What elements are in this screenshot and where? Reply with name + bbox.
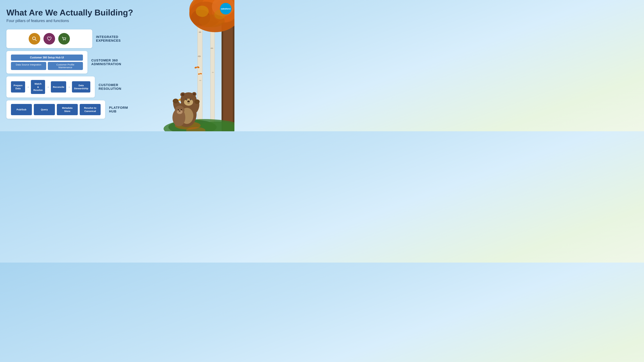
svg-point-2 <box>199 31 201 33</box>
pillar-label-integrated: INTEGRATED EXPERIENCES <box>96 35 135 42</box>
admin-bottom-row: Data Source Integration Customer Profile… <box>11 62 83 70</box>
svg-point-44 <box>187 100 190 102</box>
res-prepare-data: Prepare Data <box>11 81 25 92</box>
plat-query: Query <box>34 104 55 115</box>
page-subtitle: Four pillars of features and functions <box>6 18 135 23</box>
svg-point-4 <box>199 80 202 81</box>
svg-point-47 <box>173 99 178 103</box>
svg-point-43 <box>190 99 191 100</box>
svg-point-48 <box>194 99 200 104</box>
search-icon-circle <box>29 33 40 44</box>
svg-point-8 <box>210 48 213 49</box>
arrow-1: → <box>26 85 30 89</box>
salesforce-logo: salesforce <box>220 3 232 14</box>
svg-point-60 <box>63 40 64 40</box>
pillar-label-admin: CUSTOMER 360 ADMINISTRATION <box>91 58 135 66</box>
pillar-card-resolution: Prepare Data → Match& Resolve → Reconcil… <box>6 76 95 97</box>
admin-top-bar: Customer 360 Setup Hub UI <box>11 54 83 61</box>
svg-point-52 <box>177 110 182 114</box>
svg-point-57 <box>179 110 180 111</box>
logo-text: salesforce <box>221 7 230 10</box>
plat-resolve-canonical: Resolve toCanonical <box>80 104 100 115</box>
pillar-label-platform: PLATFORM HUB <box>109 106 135 113</box>
svg-point-61 <box>65 40 66 40</box>
svg-point-3 <box>198 55 201 57</box>
main-content: What Are We Actually Building? Four pill… <box>6 8 135 119</box>
svg-point-37 <box>182 93 184 96</box>
heart-icon-circle <box>44 33 55 44</box>
icons-row <box>11 33 88 44</box>
plat-pubsub: Pub/Sub <box>11 104 32 115</box>
arrow-3: → <box>68 85 71 89</box>
svg-point-56 <box>181 109 182 110</box>
res-match-resolve: Match& Resolve <box>31 80 45 94</box>
pillar-row-admin: Customer 360 Setup Hub UI Data Source In… <box>6 51 135 73</box>
admin-item-profile: Customer Profile Maintenance <box>48 62 83 70</box>
svg-line-59 <box>35 39 36 41</box>
page-title: What Are We Actually Building? <box>6 8 135 17</box>
res-reconcile: Reconcile <box>51 81 66 92</box>
pillar-label-resolution: CUSTOMER RESOLUTION <box>99 83 136 91</box>
plat-metadata: MetadataStore <box>57 104 78 115</box>
pillar-card-admin: Customer 360 Setup Hub UI Data Source In… <box>6 51 88 73</box>
svg-point-42 <box>186 99 187 100</box>
svg-point-22 <box>194 66 197 69</box>
svg-point-38 <box>193 93 196 95</box>
pillar-row-platform: Pub/Sub Query MetadataStore Resolve toCa… <box>6 100 135 119</box>
admin-item-datasource: Data Source Integration <box>11 62 46 70</box>
res-data-stewardship: DataStewardship <box>72 81 90 92</box>
svg-point-20 <box>196 6 209 17</box>
pillars-container: INTEGRATED EXPERIENCES Customer 360 Setu… <box>6 29 135 119</box>
svg-point-55 <box>178 109 179 110</box>
pillar-row-integrated: INTEGRATED EXPERIENCES <box>6 29 135 48</box>
pillar-card-platform: Pub/Sub Query MetadataStore Resolve toCa… <box>6 100 105 119</box>
background-decoration <box>148 0 234 131</box>
svg-point-9 <box>212 72 214 73</box>
platform-content: Pub/Sub Query MetadataStore Resolve toCa… <box>11 104 100 115</box>
pillar-row-resolution: Prepare Data → Match& Resolve → Reconcil… <box>6 76 135 97</box>
admin-content: Customer 360 Setup Hub UI Data Source In… <box>11 54 83 70</box>
arrow-2: → <box>46 85 50 89</box>
cart-icon-circle <box>58 33 70 44</box>
resolution-content: Prepare Data → Match& Resolve → Reconcil… <box>11 80 90 94</box>
pillar-card-integrated <box>6 29 92 48</box>
